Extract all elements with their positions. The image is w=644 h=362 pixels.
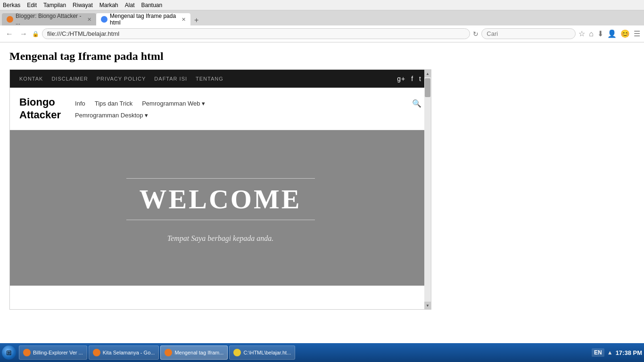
blog-topbar: KONTAK DISCLAIMER PRIVACY POLICY DAFTAR …: [10, 70, 431, 88]
hero-line-bottom: [126, 220, 315, 220]
hero-subtitle: Tempat Saya berbagi kepada anda.: [167, 234, 274, 243]
forward-button[interactable]: →: [18, 29, 29, 39]
firefox-icon: [101, 16, 107, 23]
new-tab-button[interactable]: +: [191, 15, 201, 25]
tab-blogger-close[interactable]: ✕: [87, 16, 91, 23]
blog-nav-links: Info Tips dan Trick Pemrogramman Web ▾ 🔍…: [75, 97, 421, 121]
download-icon[interactable]: ⬇: [597, 29, 603, 38]
hero-title: WELCOME: [140, 183, 302, 215]
menu-markah[interactable]: Markah: [99, 2, 118, 8]
blog-main-nav: Biongo Attacker Info Tips dan Trick Pemr…: [10, 88, 431, 130]
menu-berkas[interactable]: Berkas: [3, 2, 20, 8]
blogger-icon: [7, 16, 13, 23]
address-bar: ← → 🔒 ↻ ☆ ⌂ ⬇ 👤 😊 ☰: [0, 25, 644, 42]
facebook-icon[interactable]: f: [411, 75, 413, 82]
blog-nav-row1: Info Tips dan Trick Pemrogramman Web ▾ 🔍: [75, 97, 421, 110]
scroll-down[interactable]: ▼: [424, 302, 431, 309]
blog-logo: Biongo Attacker: [19, 96, 61, 121]
menu-bantuan[interactable]: Bantuan: [141, 2, 162, 8]
hero-line-top: [126, 178, 315, 179]
home-icon[interactable]: ⌂: [589, 30, 594, 38]
nav-pemdesktop[interactable]: Pemrogramman Desktop ▾: [75, 112, 148, 119]
topbar-kontak[interactable]: KONTAK: [19, 76, 43, 82]
menu-icon[interactable]: ☰: [634, 29, 640, 38]
twitter-icon[interactable]: t: [419, 75, 421, 82]
tab-blogger-label: Blogger: Biongo Attacker - ...: [16, 13, 84, 26]
reload-button[interactable]: ↻: [473, 30, 479, 38]
menu-tampilan[interactable]: Tampilan: [43, 2, 66, 8]
scroll-up[interactable]: ▲: [424, 70, 431, 77]
topbar-daftar[interactable]: DAFTAR ISI: [154, 76, 187, 82]
tab-bar: Blogger: Biongo Attacker - ... ✕ Mengena…: [0, 10, 644, 25]
menu-bar: Berkas Edit Tampilan Riwayat Markah Alat…: [0, 0, 644, 10]
tab-blogger[interactable]: Blogger: Biongo Attacker - ... ✕: [2, 13, 96, 25]
blog-hero: WELCOME Tempat Saya berbagi kepada anda.: [10, 130, 431, 286]
blog-topbar-social: g+ f t: [397, 75, 421, 82]
menu-riwayat[interactable]: Riwayat: [73, 2, 93, 8]
blog-nav-row2: Pemrogramman Desktop ▾: [75, 110, 421, 121]
nav-tips[interactable]: Tips dan Trick: [95, 100, 132, 107]
google-plus-icon[interactable]: g+: [397, 75, 405, 82]
iframe-scrollbar[interactable]: ▲ ▼: [424, 70, 431, 309]
iframe-container: KONTAK DISCLAIMER PRIVACY POLICY DAFTAR …: [9, 69, 431, 310]
page-title: Mengenal tag Iframe pada html: [9, 50, 635, 63]
scroll-thumb[interactable]: [425, 78, 430, 97]
security-icon: 🔒: [32, 31, 39, 37]
nav-info[interactable]: Info: [75, 100, 85, 107]
topbar-privacy[interactable]: PRIVACY POLICY: [97, 76, 146, 82]
nav-pemweb[interactable]: Pemrogramman Web ▾: [142, 100, 205, 107]
tab-iframe-close[interactable]: ✕: [182, 16, 186, 23]
blog-search-icon[interactable]: 🔍: [412, 99, 421, 108]
back-button[interactable]: ←: [4, 29, 15, 39]
menu-alat[interactable]: Alat: [125, 2, 135, 8]
topbar-tentang[interactable]: TENTANG: [196, 76, 223, 82]
blog-topbar-links: KONTAK DISCLAIMER PRIVACY POLICY DAFTAR …: [19, 76, 223, 82]
tab-iframe-label: Mengenal tag Iframe pada html: [110, 13, 179, 26]
search-input[interactable]: [481, 28, 576, 39]
toolbar-icons: ☆ ⌂ ⬇ 👤 😊 ☰: [578, 29, 640, 38]
menu-edit[interactable]: Edit: [27, 2, 37, 8]
page-content: Mengenal tag Iframe pada html KONTAK DIS…: [0, 42, 644, 343]
tab-iframe[interactable]: Mengenal tag Iframe pada html ✕: [96, 13, 190, 25]
url-input[interactable]: [42, 28, 470, 39]
bookmark-icon[interactable]: ☆: [578, 29, 585, 38]
user-icon[interactable]: 😊: [620, 29, 630, 38]
sync-icon[interactable]: 👤: [607, 29, 617, 38]
topbar-disclaimer[interactable]: DISCLAIMER: [51, 76, 88, 82]
